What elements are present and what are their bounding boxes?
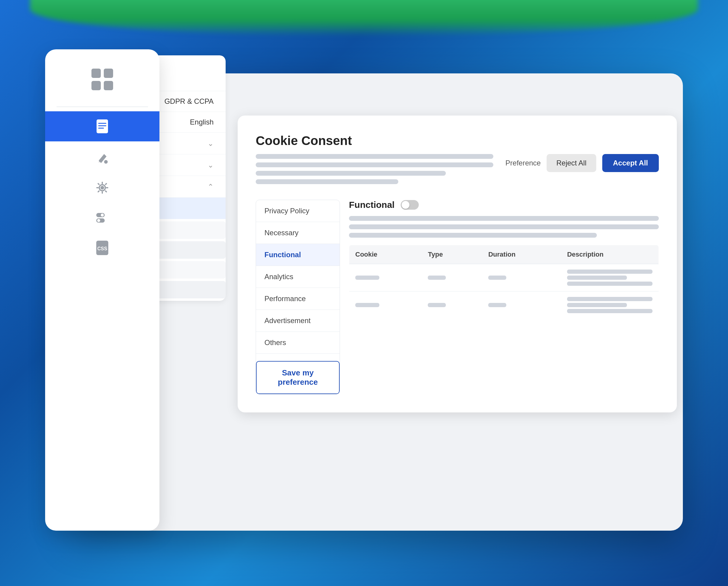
cookie-detail-header: Functional [349, 200, 659, 210]
preference-text: Preference [505, 159, 541, 167]
cell-cookie-1 [349, 264, 422, 291]
sidebar-item-documents[interactable] [45, 111, 159, 142]
cookie-menu: Privacy Policy Necessary Functional Anal… [256, 200, 340, 394]
cookie-detail: Functional Cookie Type Duration [349, 200, 659, 394]
svg-rect-0 [97, 120, 108, 133]
duration-placeholder-2 [488, 303, 506, 307]
cookie-desc-lines [349, 216, 659, 238]
save-preference-button[interactable]: Save my preference [256, 361, 340, 394]
accept-all-button[interactable]: Accept All [602, 154, 659, 172]
menu-item-necessary[interactable]: Necessary [256, 222, 340, 244]
table-row [349, 264, 659, 291]
menu-item-analytics[interactable]: Analytics [256, 266, 340, 288]
cell-cookie-2 [349, 291, 422, 319]
preview-description [256, 154, 493, 188]
settings-icon [94, 179, 111, 196]
svg-point-10 [97, 219, 100, 222]
grid-cell-2 [104, 69, 113, 78]
menu-item-performance[interactable]: Performance [256, 288, 340, 310]
cookie-consent-title: Cookie Consent [256, 133, 659, 148]
reject-all-button[interactable]: Reject All [547, 154, 596, 172]
grid-cell-4 [104, 81, 113, 90]
grid-cell-1 [92, 69, 101, 78]
language-value: English [190, 118, 214, 126]
desc-stack-1 [567, 270, 652, 286]
sidebar-divider [56, 106, 148, 107]
svg-point-4 [104, 160, 108, 164]
svg-point-8 [101, 213, 104, 216]
sidebar-item-design[interactable] [45, 143, 159, 173]
cell-desc-1 [561, 264, 658, 291]
svg-text:CSS: CSS [98, 246, 107, 251]
desc-line-4 [256, 179, 398, 184]
sidebar-panel: CSS [45, 49, 159, 531]
cookie-desc-1 [349, 216, 659, 221]
css-icon: CSS [94, 239, 111, 256]
menu-item-others[interactable]: Others [256, 332, 340, 354]
cookie-desc-2 [349, 224, 659, 229]
preview-actions: Preference Reject All Accept All [505, 154, 659, 172]
paint-bucket-icon [94, 149, 111, 166]
menu-item-advertisement[interactable]: Advertisement [256, 310, 340, 332]
functional-label: Functional [349, 200, 395, 210]
desc-stack-2 [567, 297, 652, 313]
document-icon [94, 118, 111, 135]
outer-container: CSS Save & Publish with GDPR & CCPA Lang… [33, 37, 695, 549]
col-cookie: Cookie [349, 245, 422, 264]
cell-type-1 [422, 264, 482, 291]
gdpr-value: GDPR & CCPA [164, 97, 214, 106]
desc-line-f [567, 309, 652, 313]
cookie-table: Cookie Type Duration Description [349, 245, 659, 319]
menu-item-privacy-policy[interactable]: Privacy Policy [256, 200, 340, 222]
preview-header-row: Preference Reject All Accept All [256, 154, 659, 188]
cookie-placeholder-1 [355, 276, 379, 280]
sidebar-logo [84, 61, 120, 98]
desc-line-e [567, 303, 627, 307]
toggle-icon [94, 209, 111, 226]
table-row [349, 291, 659, 319]
duration-placeholder-1 [488, 276, 506, 280]
cell-duration-1 [482, 264, 561, 291]
desc-line-3 [256, 171, 446, 176]
sidebar-item-css[interactable]: CSS [45, 233, 159, 263]
col-description: Description [561, 245, 658, 264]
cookie-desc-3 [349, 233, 597, 238]
desc-line-1 [256, 154, 493, 159]
desc-line-d [567, 297, 652, 301]
col-duration: Duration [482, 245, 561, 264]
cell-desc-2 [561, 291, 658, 319]
col-type: Type [422, 245, 482, 264]
desc-line-2 [256, 162, 493, 167]
cell-duration-2 [482, 291, 561, 319]
cookie-consent-preview: Cookie Consent Preference Reject All Acc… [238, 116, 677, 412]
notice2-chevron-icon: ⌃ [208, 183, 214, 191]
sidebar-item-settings[interactable] [45, 173, 159, 203]
menu-item-functional[interactable]: Functional [256, 244, 340, 266]
grid-cell-3 [92, 81, 101, 90]
type-placeholder-2 [428, 303, 446, 307]
cookie-placeholder-2 [355, 303, 379, 307]
type-placeholder-1 [428, 276, 446, 280]
notice-chevron-icon: ⌄ [208, 139, 214, 148]
table-header-row: Cookie Type Duration Description [349, 245, 659, 264]
svg-point-5 [101, 186, 104, 189]
policy-chevron-icon: ⌄ [208, 161, 214, 169]
preview-body: Privacy Policy Necessary Functional Anal… [256, 200, 659, 394]
desc-line-a [567, 270, 652, 274]
functional-toggle[interactable] [401, 200, 419, 210]
sidebar-item-toggles[interactable] [45, 203, 159, 233]
grid-icon [92, 69, 113, 90]
desc-line-b [567, 276, 627, 280]
cell-type-2 [422, 291, 482, 319]
desc-line-c [567, 282, 652, 286]
